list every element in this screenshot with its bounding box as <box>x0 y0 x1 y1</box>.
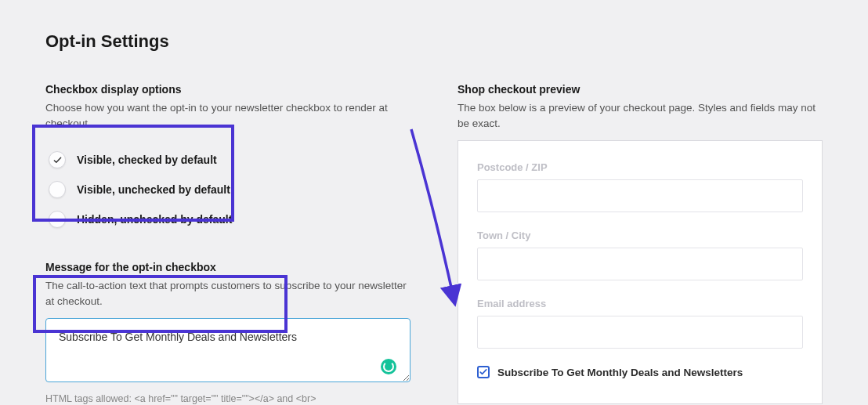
page-title: Opt-in Settings <box>45 31 823 52</box>
preview-input-email <box>477 316 803 349</box>
preview-input-town <box>477 248 803 280</box>
radio-label: Visible, unchecked by default <box>77 183 230 196</box>
radio-visible-checked[interactable]: Visible, checked by default <box>45 145 410 175</box>
preview-label-email: Email address <box>477 298 803 309</box>
preview-subscribe-label: Subscribe To Get Monthly Deals and Newsl… <box>497 367 743 378</box>
message-desc: The call-to-action text that prompts cus… <box>45 278 410 309</box>
preview-label-postcode: Postcode / ZIP <box>477 161 803 173</box>
radio-label: Hidden, unchecked by default <box>77 213 232 226</box>
checkbox-options-desc: Choose how you want the opt-in to your n… <box>45 100 410 131</box>
preview-label-town: Town / City <box>477 230 803 241</box>
radio-icon <box>49 181 66 198</box>
radio-visible-unchecked[interactable]: Visible, unchecked by default <box>45 175 410 204</box>
radio-icon <box>49 151 66 168</box>
message-title: Message for the opt-in checkbox <box>45 261 410 273</box>
preview-input-postcode <box>477 179 803 212</box>
radio-label: Visible, checked by default <box>77 154 217 166</box>
checkbox-options-title: Checkbox display options <box>45 83 410 96</box>
preview-title: Shop checkout preview <box>458 83 823 96</box>
checkout-preview: Postcode / ZIP Town / City Email address… <box>458 140 823 404</box>
preview-subscribe-row: Subscribe To Get Monthly Deals and Newsl… <box>477 366 803 378</box>
radio-hidden-unchecked[interactable]: Hidden, unchecked by default <box>45 204 410 234</box>
checkbox-checked-icon <box>477 366 490 378</box>
preview-desc: The box below is a preview of your check… <box>458 100 823 131</box>
message-help-text: HTML tags allowed: <a href="" target="" … <box>45 392 410 405</box>
checkbox-options-group: Visible, checked by default Visible, unc… <box>45 140 410 239</box>
radio-icon <box>49 211 66 228</box>
optin-message-input[interactable] <box>45 318 410 382</box>
